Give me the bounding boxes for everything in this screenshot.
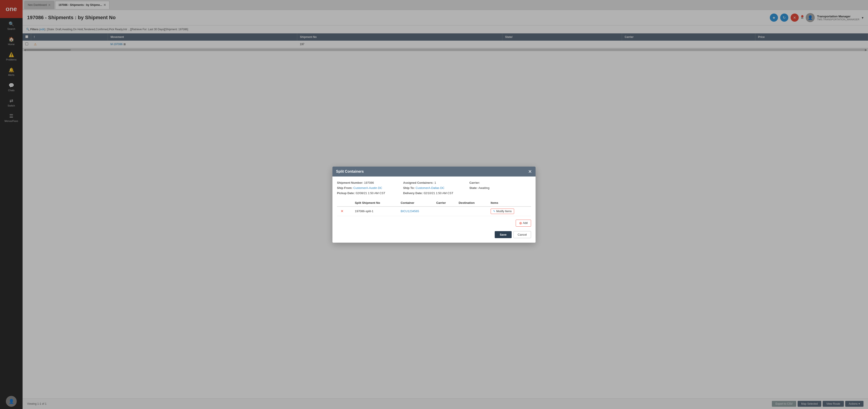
modal-info-grid: Shipment Number: 197086 Assigned Contain… [337,181,531,195]
ship-to-link[interactable]: CustomerA-Dallas DC [415,186,444,190]
state-value: Awaiting [478,186,490,190]
modal-row-container-cell: BICU1234565 [398,207,434,216]
modal-title: Split Containers [336,169,364,174]
delivery-date-label: Delivery Date: [403,191,423,195]
split-containers-modal: Split Containers ✕ Shipment Number: 1970… [333,166,535,243]
add-split-button[interactable]: ⊕ Add [516,220,531,227]
carrier-label: Carrier: [469,181,480,184]
modal-col-destination: Destination [456,199,488,207]
modal-table-header: Split Shipment No Container Carrier Dest… [337,199,531,207]
modal-col-carrier: Carrier [434,199,456,207]
info-delivery-date: Delivery Date: 02/10/21 1:50 AM CST [403,191,465,195]
state-label: State: [469,186,477,190]
add-label: Add [523,221,528,225]
delete-split-button[interactable]: ✕ [340,209,344,213]
ship-to-label: Ship To: [403,186,414,190]
save-button[interactable]: Save [495,231,512,238]
assigned-containers-value: 1 [434,181,436,184]
info-ship-from: Ship From: CustomerA-Austin DC [337,186,399,190]
info-carrier: Carrier: [469,181,531,184]
shipment-number-value: 197086 [364,181,374,184]
shipment-number-label: Shipment Number: [337,181,363,184]
modal-table-row: ✕ 197086-split-1 BICU1234565 ✎ [337,207,531,216]
modify-items-label: Modify Items [496,210,512,213]
modal-col-split-no: Split Shipment No [352,199,398,207]
modal-split-table: Split Shipment No Container Carrier Dest… [337,199,531,216]
modal-close-button[interactable]: ✕ [528,169,532,174]
modal-row-delete-cell: ✕ [337,207,352,216]
split-no-value: 197086-split-1 [355,210,373,213]
assigned-containers-label: Assigned Containers: [403,181,433,184]
add-button-area: ⊕ Add [337,220,531,227]
modal-col-items: Items [488,199,531,207]
pickup-date-value: 02/08/21 1:50 AM CST [356,191,385,195]
ship-from-link[interactable]: CustomerA-Austin DC [353,186,382,190]
modal-body: Shipment Number: 197086 Assigned Contain… [333,177,535,231]
container-link[interactable]: BICU1234565 [401,210,419,213]
modal-overlay: Split Containers ✕ Shipment Number: 1970… [0,0,868,409]
pickup-date-label: Pickup Date: [337,191,355,195]
info-pickup-date: Pickup Date: 02/08/21 1:50 AM CST [337,191,399,195]
info-ship-to: Ship To: CustomerA-Dallas DC [403,186,465,190]
ship-from-label: Ship From: [337,186,352,190]
info-assigned-containers: Assigned Containers: 1 [403,181,465,184]
modal-row-split-no-cell: 197086-split-1 [352,207,398,216]
modal-footer: Save Cancel [333,231,535,243]
modify-items-button[interactable]: ✎ Modify Items [491,209,514,214]
modal-row-carrier-cell [434,207,456,216]
delivery-date-value: 02/10/21 1:50 AM CST [424,191,454,195]
modal-row-items-cell: ✎ Modify Items [488,207,531,216]
modal-col-container: Container [398,199,434,207]
info-shipment-number: Shipment Number: 197086 [337,181,399,184]
cancel-button[interactable]: Cancel [514,231,531,238]
modal-col-delete [337,199,352,207]
modal-header: Split Containers ✕ [333,166,535,177]
info-state: State: Awaiting [469,186,531,190]
modal-row-destination-cell [456,207,488,216]
edit-icon: ✎ [493,210,495,213]
add-icon: ⊕ [519,221,522,225]
